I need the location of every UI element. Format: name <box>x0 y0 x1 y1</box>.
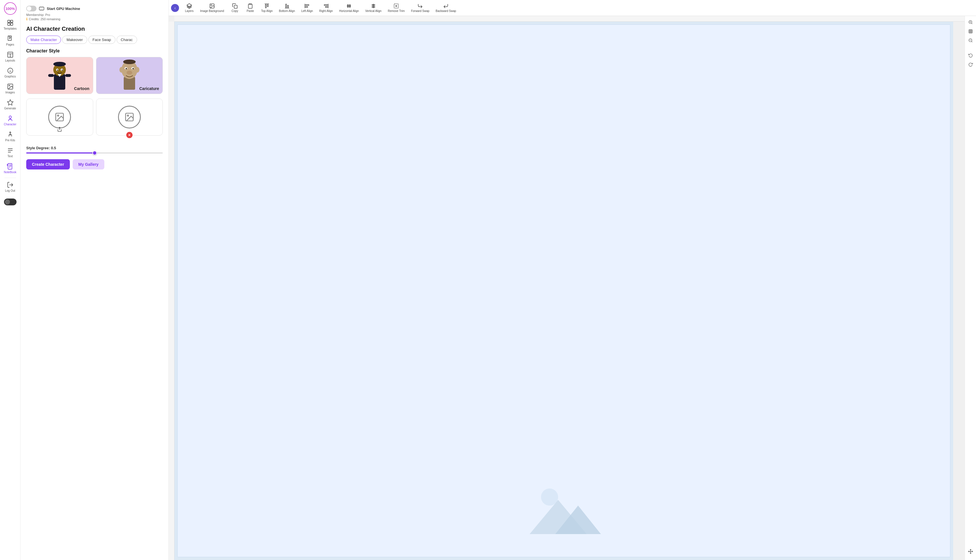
toolbar-item-right-align[interactable]: Right Align <box>316 2 336 14</box>
slider-thumb[interactable] <box>92 151 97 155</box>
gpu-icon <box>39 6 45 12</box>
toolbar-item-label: Copy <box>231 9 238 13</box>
panel-title: AI Character Creation <box>20 21 169 36</box>
svg-rect-36 <box>65 74 71 77</box>
svg-rect-78 <box>372 7 373 7</box>
zoom-in-button[interactable] <box>967 18 974 26</box>
svg-rect-0 <box>8 20 10 23</box>
sidebar-toggle-button[interactable]: ‹ <box>171 4 179 12</box>
svg-point-33 <box>57 70 58 71</box>
svg-rect-3 <box>10 23 13 25</box>
toolbar-item-layers[interactable]: Layers <box>182 2 197 14</box>
toolbar-item-label: Forward Swap <box>411 9 429 13</box>
sidebar-item-character[interactable]: Character <box>1 113 19 128</box>
svg-rect-69 <box>325 7 328 7</box>
style-degree-label: Style Degree: 0.5 <box>26 146 163 150</box>
tab-face-swap[interactable]: Face Swap <box>89 36 115 44</box>
canvas-container <box>169 16 976 560</box>
svg-line-87 <box>971 23 972 24</box>
tab-charac[interactable]: Charac <box>117 36 137 44</box>
svg-marker-11 <box>7 100 13 105</box>
ruler-top <box>174 16 964 22</box>
right-sidebar <box>964 16 976 560</box>
svg-rect-27 <box>39 7 44 10</box>
svg-point-46 <box>125 68 127 70</box>
svg-rect-1 <box>10 20 13 23</box>
sidebar-item-label: Text <box>7 155 13 158</box>
upload-card-1[interactable] <box>26 98 93 136</box>
toolbar-item-bottom-align[interactable]: Bottom Align <box>276 2 298 14</box>
toolbar-item-vertical-align[interactable]: Vertical Align <box>362 2 384 14</box>
credits-row: ℹ Credits: 250 remaining <box>26 17 163 21</box>
style-card-cartoon[interactable]: Cartoon <box>26 57 93 94</box>
credits-label: Credits: 250 remaining <box>29 17 60 21</box>
move-button[interactable] <box>967 547 974 555</box>
style-grid: Cartoon <box>20 57 169 98</box>
svg-rect-71 <box>348 5 348 6</box>
main-area: ‹ Layers Image Background Copy <box>169 0 976 560</box>
toolbar-item-label: Horizontal Align <box>339 9 359 13</box>
upload-card-2[interactable]: × <box>96 98 163 136</box>
gpu-toggle-row: Start GPU Machine <box>26 6 163 12</box>
caricature-label: Caricature <box>139 86 159 91</box>
sidebar-item-logout[interactable]: Log Out <box>1 179 19 195</box>
sidebar-item-generate[interactable]: Generate <box>1 97 19 112</box>
sidebar-item-templates[interactable]: Templates <box>1 17 19 32</box>
toolbar-item-forward-swap[interactable]: Forward Swap <box>408 2 432 14</box>
svg-rect-65 <box>306 5 309 5</box>
sidebar-item-graphics[interactable]: Graphics <box>1 65 19 80</box>
panel-header: Start GPU Machine Membership: Pro ℹ Cred… <box>20 0 169 21</box>
style-degree-slider[interactable] <box>26 152 163 153</box>
toolbar-item-top-align[interactable]: Top Align <box>258 2 276 14</box>
toolbar-item-label: Layers <box>185 9 194 13</box>
sidebar-item-layouts[interactable]: Layouts <box>1 49 19 64</box>
sidebar-item-label: NoteBook <box>4 171 17 174</box>
tab-makeover[interactable]: Makeover <box>62 36 87 44</box>
svg-rect-90 <box>969 30 972 33</box>
zoom-badge[interactable]: 100% <box>4 2 17 15</box>
gpu-toggle-switch[interactable] <box>26 6 37 12</box>
sidebar-item-prekits[interactable]: Pre Kits <box>1 129 19 144</box>
sidebar-item-label: Character <box>4 123 17 126</box>
redo-icon <box>968 62 973 67</box>
toolbar-item-copy[interactable]: Copy <box>227 2 242 14</box>
svg-rect-56 <box>234 5 237 8</box>
my-gallery-button[interactable]: My Gallery <box>73 159 104 170</box>
sidebar-item-text[interactable]: Text <box>1 145 19 160</box>
canvas-inner[interactable] <box>174 22 953 560</box>
sidebar-item-pages[interactable]: Pages <box>1 33 19 48</box>
zoom-fit-button[interactable] <box>967 27 974 35</box>
toolbar-item-image-bg[interactable]: Image Background <box>197 2 227 14</box>
sidebar-item-images[interactable]: Images <box>1 81 19 96</box>
toolbar-item-left-align[interactable]: Left Align <box>298 2 316 14</box>
create-character-button[interactable]: Create Character <box>26 159 70 170</box>
undo-button[interactable] <box>967 51 974 59</box>
sidebar-item-label: Layouts <box>5 59 15 62</box>
toolbar-item-label: Right Align <box>319 9 333 13</box>
toolbar-item-horizontal-align[interactable]: Horizontal Align <box>336 2 362 14</box>
svg-point-30 <box>53 62 66 67</box>
tabs-row: Make Character Makeover Face Swap Charac <box>20 36 169 48</box>
remove-upload-btn[interactable]: × <box>126 132 132 138</box>
toolbar-item-backward-swap[interactable]: Backward Swap <box>433 2 459 14</box>
upload-icon-1[interactable] <box>57 127 62 133</box>
image-placeholder-icon <box>54 112 65 122</box>
style-card-caricature[interactable]: Caricature <box>96 57 163 94</box>
redo-button[interactable] <box>967 60 974 68</box>
svg-rect-68 <box>324 5 328 5</box>
toolbar-item-label: Backward Swap <box>436 9 456 13</box>
sidebar-item-label: Pages <box>6 43 14 46</box>
tab-make-character[interactable]: Make Character <box>26 36 61 44</box>
dark-mode-toggle[interactable] <box>4 198 17 205</box>
sidebar-item-notebook[interactable]: NoteBook <box>1 161 19 176</box>
toolbar-item-label: Remove Trim <box>388 9 404 13</box>
section-title-character-style: Character Style <box>20 48 169 57</box>
undo-icon <box>968 53 973 58</box>
toolbar-item-label: Top Align <box>261 9 273 13</box>
toolbar-item-paste[interactable]: Paste <box>243 2 258 14</box>
sidebar-item-label: Pre Kits <box>5 139 15 142</box>
upload-placeholder-2 <box>118 106 141 128</box>
toolbar-item-remove-trim[interactable]: Remove Trim <box>385 2 407 14</box>
zoom-out-button[interactable] <box>967 37 974 45</box>
svg-point-15 <box>10 132 11 133</box>
